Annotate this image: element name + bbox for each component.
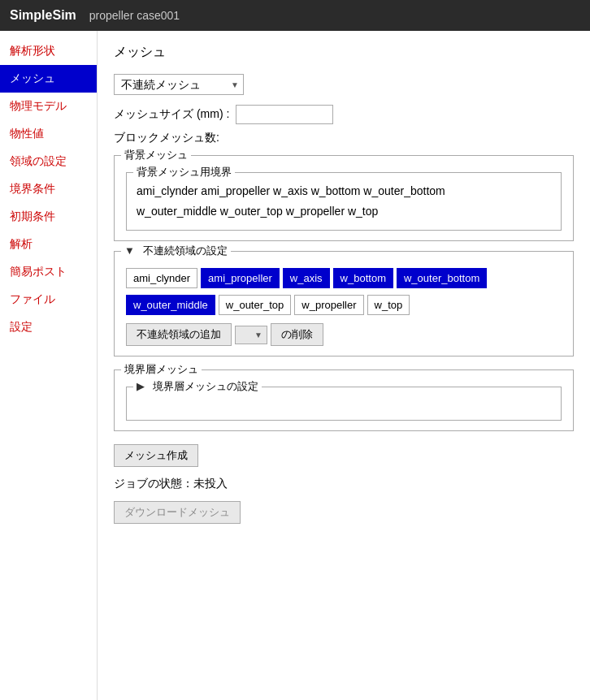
bl-section: 境界層メッシュ ▶ 境界層メッシュの設定 xyxy=(114,369,574,431)
disc-tags-row2: w_outer_middlew_outer_topw_propellerw_to… xyxy=(126,295,562,315)
sidebar-item-simple-post[interactable]: 簡易ポスト xyxy=(0,258,97,286)
bl-inner-box: ▶ 境界層メッシュの設定 xyxy=(126,387,562,421)
app-layout: 解析形状メッシュ物理モデル物性値領域の設定境界条件初期条件解析簡易ポストファイル… xyxy=(0,31,590,700)
bl-inner-container: ▶ 境界層メッシュの設定 xyxy=(126,387,562,421)
disc-tag-ami_clynder[interactable]: ami_clynder xyxy=(126,268,197,288)
header: SimpleSim propeller case001 xyxy=(0,0,590,31)
job-status-row: ジョブの状態：未投入 xyxy=(114,477,574,491)
bl-inner-text: 境界層メッシュの設定 xyxy=(153,380,258,392)
mesh-size-label: メッシュサイズ (mm) : xyxy=(114,107,229,122)
sidebar-item-file[interactable]: ファイル xyxy=(0,286,97,313)
boundary-text: ami_clynder ami_propeller w_axis w_botto… xyxy=(137,181,551,222)
disc-domain-section: ▼ 不連続領域の設定 ami_clynderami_propellerw_axi… xyxy=(114,251,574,356)
sidebar-item-analysis[interactable]: 解析 xyxy=(0,231,97,258)
job-status-text: ジョブの状態：未投入 xyxy=(114,477,228,490)
bg-mesh-legend: 背景メッシュ xyxy=(121,148,191,162)
file-name: propeller case001 xyxy=(89,9,180,22)
sidebar-item-initial-conditions[interactable]: 初期条件 xyxy=(0,203,97,231)
sidebar-item-analysis-shape[interactable]: 解析形状 xyxy=(0,37,97,65)
mesh-type-row: 不連続メッシュ連続メッシュ xyxy=(114,74,574,95)
disc-tag-w_outer_bottom[interactable]: w_outer_bottom xyxy=(397,268,487,288)
page-title: メッシュ xyxy=(114,44,574,61)
sidebar: 解析形状メッシュ物理モデル物性値領域の設定境界条件初期条件解析簡易ポストファイル… xyxy=(0,31,98,700)
create-mesh-row: メッシュ作成 xyxy=(114,444,574,467)
disc-delete-select-wrapper[interactable] xyxy=(235,326,267,344)
mesh-size-input[interactable] xyxy=(236,105,333,124)
disc-tag-w_propeller[interactable]: w_propeller xyxy=(294,295,363,315)
bl-inner-legend: ▶ 境界層メッシュの設定 xyxy=(133,379,262,394)
sidebar-item-boundary-conditions[interactable]: 境界条件 xyxy=(0,175,97,203)
bl-inner-content xyxy=(137,395,551,412)
disc-tag-w_bottom[interactable]: w_bottom xyxy=(333,268,393,288)
disc-tag-w_outer_middle[interactable]: w_outer_middle xyxy=(126,295,215,315)
add-disc-button[interactable]: 不連続領域の追加 xyxy=(126,323,232,346)
disc-legend-text: 不連続領域の設定 xyxy=(143,244,228,257)
disc-tag-ami_propeller[interactable]: ami_propeller xyxy=(201,268,280,288)
delete-button[interactable]: の削除 xyxy=(271,323,323,346)
create-mesh-button[interactable]: メッシュ作成 xyxy=(114,444,198,467)
disc-tag-w_top[interactable]: w_top xyxy=(367,295,410,315)
disc-tag-w_axis[interactable]: w_axis xyxy=(283,268,330,288)
disc-tags-container: ami_clynderami_propellerw_axisw_bottomw_… xyxy=(126,268,562,315)
disc-tag-w_outer_top[interactable]: w_outer_top xyxy=(219,295,292,315)
bg-mesh-section: 背景メッシュ 背景メッシュ用境界 ami_clynder ami_propell… xyxy=(114,155,574,241)
mesh-size-row: メッシュサイズ (mm) : xyxy=(114,105,574,124)
disc-delete-select[interactable] xyxy=(235,326,267,344)
mesh-type-select-wrapper[interactable]: 不連続メッシュ連続メッシュ xyxy=(114,74,244,95)
download-mesh-button: ダウンロードメッシュ xyxy=(114,501,241,524)
bl-collapse-arrow: ▶ xyxy=(137,380,145,392)
disc-collapse-arrow: ▼ xyxy=(124,244,135,257)
block-mesh-row: ブロックメッシュ数: xyxy=(114,131,574,145)
disc-legend: ▼ 不連続領域の設定 xyxy=(121,244,231,258)
bg-boundary-legend: 背景メッシュ用境界 xyxy=(133,165,235,179)
boundary-line2: w_outer_middle w_outer_top w_propeller w… xyxy=(137,201,551,222)
download-mesh-row: ダウンロードメッシュ xyxy=(114,501,574,524)
sidebar-item-domain-settings[interactable]: 領域の設定 xyxy=(0,148,97,175)
boundary-line1: ami_clynder ami_propeller w_axis w_botto… xyxy=(137,181,551,201)
sidebar-item-physics-model[interactable]: 物理モデル xyxy=(0,93,97,120)
sidebar-item-settings[interactable]: 設定 xyxy=(0,313,97,341)
disc-button-row: 不連続領域の追加 の削除 xyxy=(126,323,562,346)
bg-boundary-box: 背景メッシュ用境界 ami_clynder ami_propeller w_ax… xyxy=(126,172,562,231)
block-mesh-label: ブロックメッシュ数: xyxy=(114,131,219,145)
sidebar-item-material[interactable]: 物性値 xyxy=(0,120,97,148)
bl-legend: 境界層メッシュ xyxy=(121,362,202,377)
sidebar-item-mesh[interactable]: メッシュ xyxy=(0,65,97,93)
app-name: SimpleSim xyxy=(10,8,76,23)
mesh-type-select[interactable]: 不連続メッシュ連続メッシュ xyxy=(114,74,244,95)
main-content: メッシュ 不連続メッシュ連続メッシュ メッシュサイズ (mm) : ブロックメッ… xyxy=(98,31,590,700)
disc-tags-row1: ami_clynderami_propellerw_axisw_bottomw_… xyxy=(126,268,562,288)
